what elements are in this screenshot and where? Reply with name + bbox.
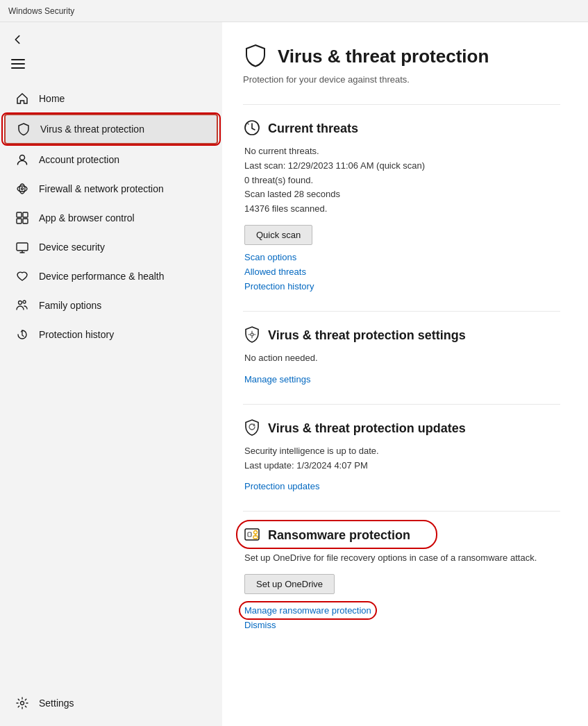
- ransomware-line1: Set up OneDrive for file recovery option…: [244, 552, 537, 563]
- current-threats-line4: Scan lasted 28 seconds: [244, 189, 340, 199]
- sidebar-item-virus[interactable]: Virus & threat protection: [4, 114, 218, 144]
- vtp-settings-body: No action needed. Manage settings: [243, 351, 560, 385]
- ransomware-icon: [243, 525, 261, 546]
- svg-point-18: [251, 333, 253, 336]
- vtp-settings-icon: [243, 326, 261, 346]
- main-content: Virus & threat protection Protection for…: [222, 22, 588, 726]
- svg-rect-10: [23, 219, 28, 223]
- vtp-settings-title: Virus & threat protection settings: [268, 328, 466, 343]
- current-threats-line1: No current threats.: [244, 146, 319, 156]
- app-icon: [15, 211, 29, 225]
- family-icon: [15, 298, 29, 312]
- sidebar-bottom: Settings: [0, 689, 222, 726]
- history-icon: [15, 328, 29, 341]
- svg-rect-22: [253, 536, 258, 539]
- sidebar-item-devicesec-label: Device security: [39, 242, 105, 253]
- current-threats-icon: [243, 119, 261, 139]
- hamburger-button[interactable]: [0, 51, 222, 84]
- sidebar-item-devicehealth[interactable]: Device performance & health: [4, 262, 218, 290]
- device-sec-icon: [15, 240, 29, 254]
- home-icon: [15, 92, 29, 105]
- section-current-threats: Current threats No current threats. Last…: [243, 119, 560, 292]
- protection-updates-link[interactable]: Protection updates: [244, 481, 560, 491]
- app-body: Home Virus & threat protection Account p…: [0, 22, 588, 726]
- allowed-threats-link[interactable]: Allowed threats: [244, 267, 560, 277]
- vtp-settings-info: No action needed.: [244, 351, 560, 366]
- back-button[interactable]: [0, 28, 222, 51]
- sidebar-item-family-label: Family options: [39, 300, 101, 311]
- vtp-updates-line2: Last update: 1/3/2024 4:07 PM: [244, 460, 368, 471]
- sidebar-item-settings-label: Settings: [39, 698, 74, 709]
- svg-rect-7: [17, 212, 22, 217]
- account-icon: [15, 153, 29, 167]
- vtp-updates-title: Virus & threat protection updates: [268, 421, 466, 436]
- sidebar-item-firewall-label: Firewall & network protection: [39, 183, 164, 194]
- current-threats-info: No current threats. Last scan: 12/29/202…: [244, 144, 560, 217]
- hamburger-icon: [11, 57, 25, 71]
- manage-ransomware-wrapper: Manage ransomware protection: [244, 605, 371, 616]
- svg-rect-1: [11, 63, 25, 65]
- vtp-updates-line1: Security intelligence is up to date.: [244, 446, 379, 456]
- page-header-icon: [243, 43, 268, 70]
- sidebar-item-virus-label: Virus & threat protection: [40, 124, 144, 135]
- section-vtp-settings: Virus & threat protection settings No ac…: [243, 326, 560, 385]
- ransomware-title: Ransomware protection: [268, 528, 410, 543]
- svg-rect-2: [11, 67, 25, 69]
- section1-divider: [243, 311, 560, 312]
- sidebar-item-settings[interactable]: Settings: [4, 689, 218, 717]
- setup-onedrive-button[interactable]: Set up OneDrive: [244, 574, 335, 594]
- protection-history-link[interactable]: Protection history: [244, 281, 560, 292]
- manage-settings-link[interactable]: Manage settings: [244, 374, 560, 385]
- page-shield-icon: [243, 43, 268, 68]
- sidebar-item-devicesec[interactable]: Device security: [4, 233, 218, 261]
- current-threats-line3: 0 threat(s) found.: [244, 175, 313, 185]
- sidebar-item-appbrowser[interactable]: App & browser control: [4, 204, 218, 232]
- page-header: Virus & threat protection: [243, 43, 560, 70]
- manage-ransomware-link[interactable]: Manage ransomware protection: [244, 605, 371, 616]
- sidebar-item-history-label: Protection history: [39, 329, 114, 340]
- svg-point-16: [21, 702, 24, 705]
- vtp-settings-header: Virus & threat protection settings: [243, 326, 560, 346]
- current-threats-line2: Last scan: 12/29/2023 11:06 AM (quick sc…: [244, 160, 425, 171]
- svg-rect-0: [11, 59, 25, 60]
- svg-point-4: [17, 186, 27, 192]
- sidebar-item-firewall[interactable]: Firewall & network protection: [4, 175, 218, 203]
- current-threats-header: Current threats: [243, 119, 560, 139]
- sidebar-item-home-label: Home: [39, 93, 65, 104]
- sidebar-item-account[interactable]: Account protection: [4, 146, 218, 174]
- sidebar-item-home[interactable]: Home: [4, 85, 218, 112]
- current-threats-line5: 14376 files scanned.: [244, 203, 327, 214]
- section2-divider: [243, 404, 560, 405]
- header-divider: [243, 104, 560, 105]
- sidebar-item-family[interactable]: Family options: [4, 292, 218, 319]
- virus-shield-icon: [17, 122, 31, 136]
- section-ransomware: Ransomware protection Set up OneDrive fo…: [243, 525, 560, 630]
- vtp-updates-header: Virus & threat protection updates: [243, 419, 560, 439]
- settings-icon: [15, 696, 29, 710]
- svg-point-6: [22, 188, 24, 190]
- quick-scan-button[interactable]: Quick scan: [244, 225, 312, 245]
- svg-rect-11: [17, 243, 28, 251]
- svg-point-15: [23, 301, 26, 303]
- titlebar-title: Windows Security: [8, 6, 74, 16]
- back-icon: [11, 33, 24, 46]
- sidebar-item-history[interactable]: Protection history: [4, 321, 218, 348]
- sidebar-item-account-label: Account protection: [39, 154, 119, 165]
- ransomware-shield-icon: [243, 525, 261, 543]
- titlebar: Windows Security: [0, 0, 588, 22]
- page-subtitle: Protection for your device against threa…: [243, 74, 560, 85]
- refresh-shield-icon: [243, 419, 261, 437]
- svg-point-3: [20, 155, 25, 160]
- sidebar: Home Virus & threat protection Account p…: [0, 22, 222, 726]
- section3-divider: [243, 511, 560, 512]
- sidebar-item-devicehealth-label: Device performance & health: [39, 271, 165, 282]
- settings-shield-icon: [243, 326, 261, 344]
- dismiss-link[interactable]: Dismiss: [244, 620, 560, 630]
- scan-options-link[interactable]: Scan options: [244, 252, 560, 262]
- vtp-updates-info: Security intelligence is up to date. Las…: [244, 444, 560, 473]
- svg-rect-8: [23, 212, 28, 217]
- clock-shield-icon: [243, 119, 261, 137]
- vtp-updates-icon: [243, 419, 261, 439]
- health-icon: [15, 269, 29, 283]
- vtp-updates-body: Security intelligence is up to date. Las…: [243, 444, 560, 492]
